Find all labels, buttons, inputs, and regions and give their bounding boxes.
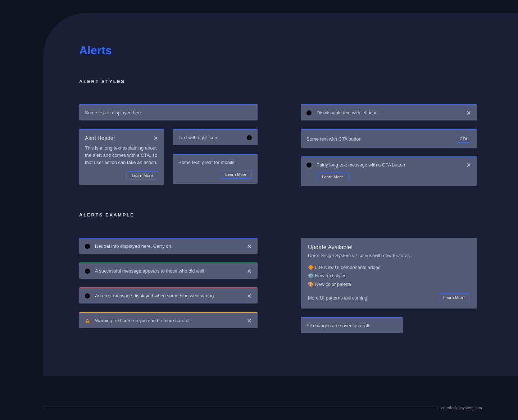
alert-draft: All changes are saved as draft.	[301, 317, 403, 333]
close-icon[interactable]	[466, 163, 471, 168]
list-item: ⚙️ New text styles	[308, 271, 470, 280]
list-item: 🎨 New color palette	[308, 280, 470, 288]
alert-text: All changes are saved as draft.	[306, 323, 371, 328]
alert-body: This is a long text explaining about the…	[85, 145, 158, 166]
alert-mobile: Some text, great for mobile Learn More	[173, 154, 258, 184]
close-icon[interactable]	[247, 269, 252, 274]
info-icon	[85, 244, 90, 249]
alert-neutral: Neutral info displayed here. Carry on.	[79, 238, 258, 254]
update-footer-text: More UI patterns are coming!	[308, 295, 368, 301]
cta-button[interactable]: CTA	[456, 135, 471, 143]
close-icon[interactable]	[247, 293, 252, 298]
page-panel: Alerts ALERT STYLES Some text is display…	[43, 13, 518, 376]
alert-text: Fairly long text message with a CTA butt…	[317, 162, 461, 168]
update-feature-list: 🔶 50+ New UI components added ⚙️ New tex…	[308, 263, 470, 288]
alert-simple: Some text is displayed here	[79, 104, 258, 120]
alert-header-title: Alert Header	[85, 135, 115, 141]
update-subtitle: Core Design System v2 comes with new fea…	[308, 253, 470, 258]
footer-ruler: coredesignsystem.com	[43, 406, 482, 410]
alert-right-icon: Text with right Icon	[173, 129, 258, 145]
alert-cta-inline: Some text with CTA button CTA	[301, 129, 477, 148]
close-icon[interactable]	[247, 318, 252, 323]
alert-with-header: Alert Header This is a long text explain…	[79, 129, 164, 185]
close-icon[interactable]	[153, 136, 158, 141]
page-title: Alerts	[79, 44, 482, 57]
footer-line	[43, 408, 438, 408]
footer-url: coredesignsystem.com	[441, 406, 482, 410]
alert-text: An error message displayed when somethin…	[95, 293, 242, 298]
alert-text: Text with right Icon	[178, 135, 242, 140]
list-item: 🔶 50+ New UI components added	[308, 263, 470, 271]
close-icon[interactable]	[466, 110, 471, 115]
close-icon[interactable]	[247, 244, 252, 249]
success-icon	[85, 269, 90, 274]
alert-text: Some text is displayed here	[85, 110, 142, 115]
error-icon	[85, 293, 90, 298]
info-icon	[247, 135, 252, 140]
alert-error: An error message displayed when somethin…	[79, 287, 258, 303]
alert-update-card: Update Available! Core Design System v2 …	[301, 238, 477, 309]
alert-success: A successful message appears to those wh…	[79, 262, 258, 279]
section-alerts-example: ALERTS EXAMPLE	[79, 212, 482, 218]
alert-dismissable: Dismissable text with left icon	[301, 104, 477, 120]
info-icon	[306, 110, 312, 115]
alert-text: Dismissable text with left icon	[317, 110, 461, 115]
alert-text: Some text with CTA button	[306, 136, 451, 142]
alert-text: Warning text here so you can be more car…	[95, 318, 242, 323]
alert-text: A successful message appears to those wh…	[95, 268, 242, 274]
alert-long-cta: Fairly long text message with a CTA butt…	[301, 156, 477, 186]
alert-text: Some text, great for mobile	[178, 160, 235, 165]
info-icon	[306, 163, 312, 168]
learn-more-button[interactable]: Learn More	[220, 170, 252, 179]
update-title: Update Available!	[308, 244, 470, 251]
alert-warning: Warning text here so you can be more car…	[79, 312, 258, 328]
learn-more-button[interactable]: Learn More	[317, 173, 349, 181]
learn-more-button[interactable]: Learn More	[438, 293, 470, 302]
alert-text: Neutral info displayed here. Carry on.	[95, 243, 242, 249]
learn-more-button[interactable]: Learn More	[126, 171, 158, 180]
warning-icon	[85, 318, 90, 323]
section-alert-styles: ALERT STYLES	[79, 79, 482, 84]
